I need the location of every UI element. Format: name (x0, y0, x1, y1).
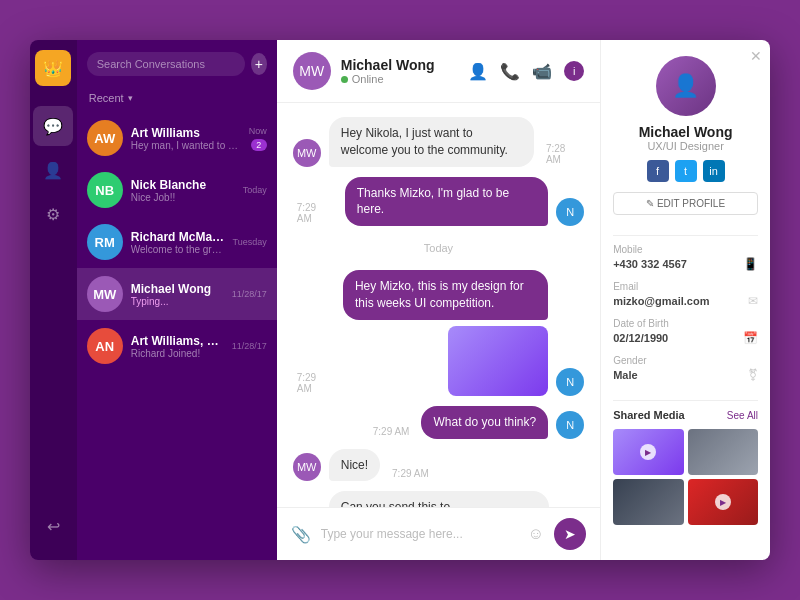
chat-header: MW Michael Wong Online 👤 📞 📹 i (277, 40, 600, 103)
message-bubble: Hey Mizko, this is my design for this we… (343, 270, 548, 320)
profile-detail-dob: Date of Birth 02/12/1990 📅 (613, 318, 758, 345)
add-conversation-button[interactable]: + (251, 53, 267, 75)
attachment-icon[interactable]: 📎 (291, 525, 311, 544)
message-row: MW Can you send this to thedesignership.… (293, 491, 584, 507)
conv-item-art-williams[interactable]: AW Art Williams Hey man, I wanted to ask… (77, 112, 277, 164)
email-icon: ✉ (748, 294, 758, 308)
nav-logout[interactable]: ↩ (33, 506, 73, 546)
avatar: MW (293, 453, 321, 481)
avatar: N (556, 368, 584, 396)
chat-contact-avatar: MW (293, 52, 331, 90)
profile-avatar: 👤 (656, 56, 716, 116)
avatar: MW (87, 276, 123, 312)
twitter-link[interactable]: t (675, 160, 697, 182)
message-bubble: What do you think? (421, 406, 548, 439)
conv-item-richard-mcmasters[interactable]: RM Richard McMasters Welcome to the grou… (77, 216, 277, 268)
linkedin-link[interactable]: in (703, 160, 725, 182)
gender-icon: ⚧ (748, 368, 758, 382)
close-profile-button[interactable]: ✕ (750, 48, 762, 64)
nav-chat[interactable]: 💬 (33, 106, 73, 146)
avatar: AN (87, 328, 123, 364)
avatar: RM (87, 224, 123, 260)
play-icon: ▶ (715, 494, 731, 510)
mobile-icon: 📱 (743, 257, 758, 271)
profile-detail-mobile: Mobile +430 332 4567 📱 (613, 244, 758, 271)
media-thumb-2[interactable] (688, 429, 758, 475)
send-button[interactable]: ➤ (554, 518, 586, 550)
info-icon[interactable]: i (564, 61, 584, 81)
profile-detail-gender: Gender Male ⚧ (613, 355, 758, 382)
chat-actions: 👤 📞 📹 i (468, 61, 584, 81)
conv-item-nick-blanche[interactable]: NB Nick Blanche Nice Job!! Today (77, 164, 277, 216)
unread-badge: 2 (251, 139, 267, 151)
conv-preview: Welcome to the group... (131, 244, 225, 255)
add-contact-icon[interactable]: 👤 (468, 62, 488, 81)
avatar: NB (87, 172, 123, 208)
avatar: MW (293, 139, 321, 167)
profile-panel: ✕ 👤 Michael Wong UX/UI Designer f t in ✎… (600, 40, 770, 560)
conv-item-group[interactable]: AN Art Williams, Nick B... Richard Joine… (77, 320, 277, 372)
message-bubble: Hey Nikola, I just want to welcome you t… (329, 117, 534, 167)
shared-media-header: Shared Media See All (613, 409, 758, 421)
conv-name: Art Williams, Nick B... (131, 334, 224, 348)
message-input[interactable] (321, 527, 518, 541)
image-attachment (448, 326, 548, 396)
edit-profile-button[interactable]: ✎ EDIT PROFILE (613, 192, 758, 215)
message-bubble: Thanks Mizko, I'm glad to be here. (345, 177, 548, 227)
message-bubble: Nice! (329, 449, 380, 482)
message-row: N What do you think? 7:29 AM (293, 406, 584, 439)
day-divider: Today (293, 242, 584, 254)
conv-name: Nick Blanche (131, 178, 235, 192)
emoji-icon[interactable]: ☺ (528, 525, 544, 543)
logo-icon: 👑 (35, 50, 71, 86)
conv-name: Art Williams (131, 126, 241, 140)
play-icon: ▶ (640, 444, 656, 460)
profile-name: Michael Wong (639, 124, 733, 140)
chat-input-area: 📎 ☺ ➤ (277, 507, 600, 560)
online-indicator (341, 76, 348, 83)
profile-detail-email: Email mizko@gmail.com ✉ (613, 281, 758, 308)
conv-name: Michael Wong (131, 282, 224, 296)
icon-sidebar: 👑 💬 👤 ⚙ ↩ (30, 40, 77, 560)
video-icon[interactable]: 📹 (532, 62, 552, 81)
media-thumb-3[interactable] (613, 479, 683, 525)
message-row: MW Nice! 7:29 AM (293, 449, 584, 482)
message-row: N Thanks Mizko, I'm glad to be here. 7:2… (293, 177, 584, 227)
message-bubble: Can you send this to thedesignership.com… (329, 491, 549, 507)
conv-item-michael-wong[interactable]: MW Michael Wong Typing... 11/28/17 (77, 268, 277, 320)
chat-contact-name: Michael Wong (341, 57, 435, 73)
profile-role: UX/UI Designer (647, 140, 723, 152)
calendar-icon: 📅 (743, 331, 758, 345)
see-all-link[interactable]: See All (727, 410, 758, 421)
conv-preview: Hey man, I wanted to ask... (131, 140, 241, 151)
message-row: MW Hey Nikola, I just want to welcome yo… (293, 117, 584, 167)
chat-status: Online (341, 73, 435, 85)
media-grid: ▶ ▶ (613, 429, 758, 525)
facebook-link[interactable]: f (647, 160, 669, 182)
media-thumb-4[interactable]: ▶ (688, 479, 758, 525)
conv-preview: Richard Joined! (131, 348, 224, 359)
recent-header: Recent ▾ (77, 88, 277, 112)
nav-settings[interactable]: ⚙ (33, 194, 73, 234)
conv-preview: Nice Job!! (131, 192, 235, 203)
media-thumb-1[interactable]: ▶ (613, 429, 683, 475)
nav-contacts[interactable]: 👤 (33, 150, 73, 190)
search-bar: + (77, 40, 277, 88)
avatar: AW (87, 120, 123, 156)
avatar: N (556, 411, 584, 439)
conversations-panel: + Recent ▾ AW Art Williams Hey man, I wa… (77, 40, 277, 560)
social-links: f t in (647, 160, 725, 182)
chat-area: MW Michael Wong Online 👤 📞 📹 i MW Hey (277, 40, 600, 560)
message-row: N Hey Mizko, this is my design for this … (293, 270, 584, 396)
search-input[interactable] (87, 52, 245, 76)
call-icon[interactable]: 📞 (500, 62, 520, 81)
conv-name: Richard McMasters (131, 230, 225, 244)
avatar: N (556, 198, 584, 226)
conv-preview: Typing... (131, 296, 224, 307)
app-container: 👑 💬 👤 ⚙ ↩ + Recent ▾ AW Art Williams Hey… (30, 40, 770, 560)
messages-list: MW Hey Nikola, I just want to welcome yo… (277, 103, 600, 507)
